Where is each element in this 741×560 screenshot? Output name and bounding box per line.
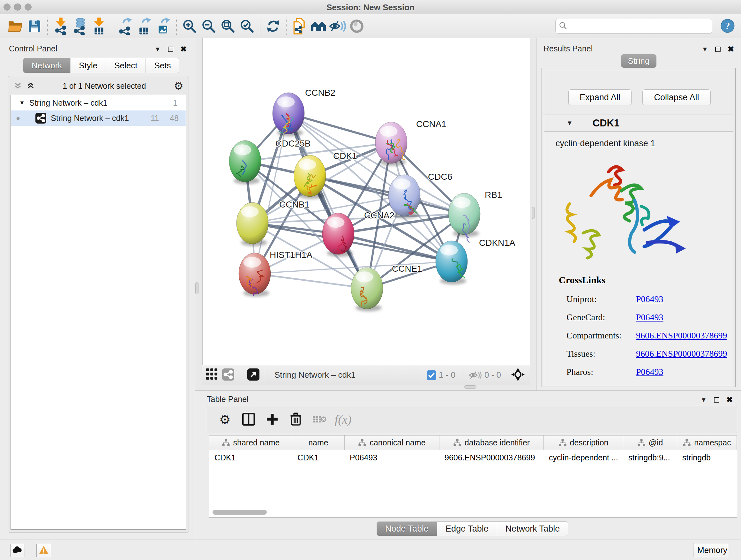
network-selection-status: 1 of 1 Network selected [35,81,174,91]
control-panel-title: Control Panel [9,44,57,53]
control-panel-float-icon[interactable] [168,47,173,52]
level-of-detail-button[interactable] [347,16,366,37]
expand-all-networks-icon[interactable] [26,82,35,90]
save-session-button[interactable] [25,16,44,37]
hidden-eye-icon[interactable] [468,370,482,380]
network-options-gear-icon[interactable]: ⚙ [174,80,184,91]
expand-all-button[interactable]: Expand All [568,89,631,105]
edge-CCNE1-HIST1H1A[interactable] [255,273,367,288]
tab-sets[interactable]: Sets [146,58,179,73]
results-panel-close-icon[interactable]: ✖ [728,45,734,54]
tab-select[interactable]: Select [106,58,146,73]
search-input[interactable] [567,20,709,32]
export-image-button[interactable] [154,16,173,37]
import-network-button[interactable] [51,16,70,37]
node-CDKN1A[interactable]: CDKN1A [435,238,515,285]
network-row-selected[interactable]: ● String Network – cdk1 11 48 [11,111,186,126]
cell-4[interactable]: cyclin-dependent ... [544,453,623,462]
crosslink-link-1[interactable]: P06493 [636,312,664,322]
tab-node-table[interactable]: Node Table [377,521,437,536]
export-network-button[interactable] [116,16,135,37]
birds-eye-view-button[interactable] [247,368,259,381]
protein-card-expander-icon[interactable]: ▼ [566,119,573,127]
column-header-database-identifier[interactable]: database identifier [440,435,544,450]
open-session-button[interactable] [6,16,25,37]
cell-3[interactable]: 9606.ENSP00000378699 [440,453,544,462]
control-panel-close-icon[interactable]: ✖ [180,45,187,54]
cell-5[interactable]: stringdb:9... [623,453,677,462]
import-database-button[interactable] [70,16,89,37]
create-column-button[interactable] [262,408,282,431]
cell-0[interactable]: CDK1 [209,453,292,462]
network-view-button[interactable] [222,368,234,381]
collapse-all-networks-icon[interactable] [14,82,22,90]
zoom-selected-button[interactable] [238,16,257,37]
export-table-button[interactable] [135,16,154,37]
table-horizontal-scrollbar[interactable] [212,510,267,515]
help-button[interactable]: ? [720,18,735,34]
delete-column-button[interactable] [286,408,306,431]
node-CDC6[interactable]: CDC6 [388,172,452,219]
table-options-button[interactable]: ⚙ [215,408,235,431]
show-columns-button[interactable] [239,408,259,431]
tab-network-table[interactable]: Network Table [497,521,569,536]
zoom-fit-button[interactable] [218,16,238,37]
control-panel-menu-icon[interactable]: ▼ [154,46,161,53]
memory-button[interactable]: Memory [693,543,728,557]
node-CCNA1[interactable]: CCNA1 [375,119,447,166]
grid-view-button[interactable] [206,368,218,381]
tab-network[interactable]: Network [23,58,71,73]
cell-2[interactable]: P06493 [345,453,440,462]
cell-1[interactable]: CDK1 [292,453,345,462]
tab-style[interactable]: Style [71,58,106,73]
function-builder-button[interactable]: f(x) [333,408,353,431]
collapse-all-button[interactable]: Collapse All [643,89,711,105]
show-graphics-button[interactable] [328,16,347,37]
cloud-status-button[interactable] [10,544,25,557]
node-HIST1H1A[interactable]: HIST1H1A [239,250,313,297]
import-table-button[interactable] [89,16,109,37]
node-CCNE1[interactable]: CCNE1 [351,264,422,311]
column-header-name[interactable]: name [292,435,345,450]
right-splitter-handle[interactable] [532,207,535,219]
column-header-canonical-name[interactable]: canonical name [345,435,440,450]
tab-edge-table[interactable]: Edge Table [437,521,497,536]
bottom-splitter-handle[interactable] [464,385,476,388]
node-CCNA2[interactable]: CCNA2 [322,210,394,257]
table-panel-close-icon[interactable]: ✖ [726,395,733,404]
zoom-out-button[interactable] [199,16,218,37]
tab-string[interactable]: String [621,54,657,68]
node-CDK1[interactable]: CDK1 [294,151,357,199]
protein-card-header[interactable]: ▼ CDK1 [544,115,733,132]
selected-checkbox-icon[interactable] [427,370,436,380]
table-panel-float-icon[interactable] [714,397,719,402]
table-row[interactable]: CDK1CDK1P064939606.ENSP00000378699cyclin… [209,450,737,465]
column-header-description[interactable]: description [544,435,623,450]
table-panel-menu-icon[interactable]: ▼ [700,396,707,403]
results-panel-menu-icon[interactable]: ▼ [702,46,708,53]
cell-6[interactable]: stringdb [677,453,737,462]
crosslink-link-2[interactable]: 9606.ENSP00000378699 [636,330,727,341]
crosslink-link-4[interactable]: P06493 [636,367,664,377]
results-panel-float-icon[interactable] [715,47,721,52]
left-splitter-handle[interactable] [195,282,199,294]
search-box[interactable] [555,19,712,34]
node-CCNB2[interactable]: CCNB2 [273,88,335,136]
network-collection-row[interactable]: ▼ String Network – cdk1 1 [11,95,186,111]
node-RB1[interactable]: RB1 [448,190,502,242]
fit-selected-button[interactable] [511,368,525,382]
column-header-namespac[interactable]: namespac [677,435,737,450]
network-view-canvas[interactable]: CCNB2CCNA1CDC25BCDK1CDC6RB1CCNB1CCNA2CDK… [202,38,530,365]
apply-layout-button[interactable] [264,16,283,37]
delete-table-button[interactable] [309,408,330,431]
session-home-button[interactable] [309,16,328,37]
crosslink-link-0[interactable]: P06493 [636,294,664,304]
crosslink-link-3[interactable]: 9606.ENSP00000378699 [636,349,727,359]
zoom-in-button[interactable] [180,16,199,37]
clone-network-button[interactable] [290,16,309,37]
collection-expander-icon[interactable]: ▼ [19,100,25,106]
column-header--id[interactable]: @id [623,435,677,450]
edge-CCNB2-HIST1H1A[interactable] [255,113,288,273]
warnings-button[interactable] [37,544,51,557]
column-header-shared-name[interactable]: shared name [209,435,292,450]
